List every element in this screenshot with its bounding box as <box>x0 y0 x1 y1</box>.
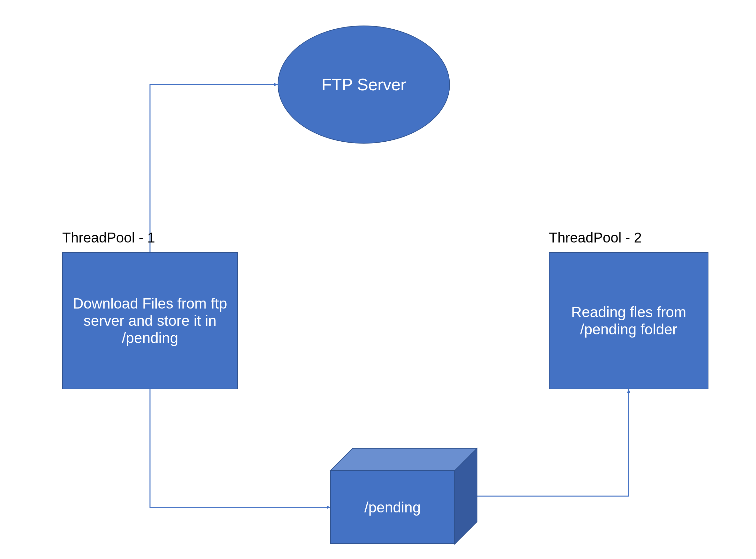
arrow-tp1-to-ftp <box>150 85 277 252</box>
ftp-server-label: FTP Server <box>322 75 406 94</box>
threadpool-1-body: Download Files from ftp server and store… <box>69 295 231 346</box>
arrow-tp1-to-pending <box>150 389 330 507</box>
threadpool-2-body: Reading fles from /pending folder <box>556 304 702 338</box>
svg-marker-2 <box>455 448 477 544</box>
pending-folder-node: /pending <box>330 448 477 544</box>
arrow-pending-to-tp2 <box>477 389 629 496</box>
threadpool-1-box: Download Files from ftp server and store… <box>62 252 238 389</box>
pending-folder-label: /pending <box>364 499 421 516</box>
threadpool-2-caption: ThreadPool - 2 <box>549 230 642 246</box>
cube-side-face <box>455 448 478 544</box>
threadpool-1-caption: ThreadPool - 1 <box>62 230 155 246</box>
cube-front-face: /pending <box>330 471 455 544</box>
threadpool-2-box: Reading fles from /pending folder <box>549 252 708 389</box>
diagram-canvas: FTP Server ThreadPool - 1 Download Files… <box>0 0 756 559</box>
ftp-server-node: FTP Server <box>277 25 450 143</box>
